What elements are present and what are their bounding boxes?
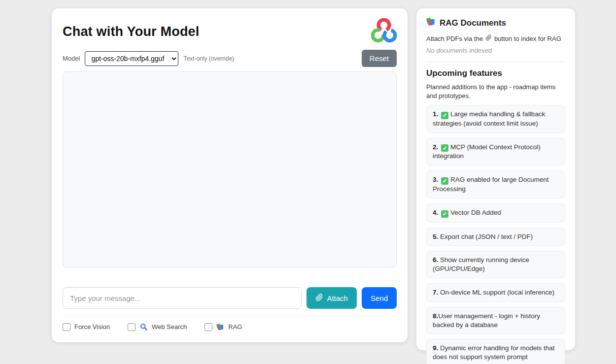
force-vision-toggle[interactable]: Force Vision xyxy=(63,323,110,331)
attach-button[interactable]: Attach xyxy=(307,287,357,309)
page-title: Chat with Your Model xyxy=(63,24,200,39)
check-icon: ✓ xyxy=(441,112,448,119)
feature-item-7: 7. On-device ML support (local inference… xyxy=(426,283,565,302)
feature-item-4: 4. ✓Vector DB Added xyxy=(426,203,565,223)
model-row: Model gpt-oss-20b-mxfp4.gguf Text-only (… xyxy=(63,50,397,67)
attach-label: Attach xyxy=(327,294,348,302)
send-button[interactable]: Send xyxy=(362,287,397,309)
model-label: Model xyxy=(63,55,80,62)
rag-instructions: Attach PDFs via the button to index for … xyxy=(426,34,565,42)
divider xyxy=(63,316,397,316)
web-search-label: Web Search xyxy=(152,323,187,331)
model-select[interactable]: gpt-oss-20b-mxfp4.gguf xyxy=(85,51,178,66)
check-icon: ✓ xyxy=(441,210,448,218)
books-icon xyxy=(216,323,224,331)
chat-history-area[interactable] xyxy=(63,71,397,267)
feature-item-8: 8.User management - login + history back… xyxy=(426,307,565,334)
feature-item-1: 1. ✓Large media handling & fallback stra… xyxy=(426,105,565,133)
sidebar-divider xyxy=(426,62,565,62)
feature-item-9: 9. Dynamic error handling for models tha… xyxy=(426,339,565,364)
rag-documents-header: RAG Documents xyxy=(426,17,565,29)
feature-item-5: 5. Export chat (JSON / text / PDF) xyxy=(426,228,565,246)
rag-sidebar: RAG Documents Attach PDFs via the button… xyxy=(416,8,575,350)
no-documents-message: No documents indexed xyxy=(426,47,565,54)
force-vision-label: Force Vision xyxy=(74,323,110,331)
send-label: Send xyxy=(371,294,388,302)
paperclip-icon xyxy=(315,294,323,303)
check-icon: ✓ xyxy=(441,144,448,152)
web-search-checkbox[interactable] xyxy=(128,323,136,331)
upcoming-features-title: Upcoming features xyxy=(426,68,565,78)
message-input[interactable] xyxy=(63,287,302,309)
force-vision-checkbox[interactable] xyxy=(63,323,70,331)
feature-item-2: 2. ✓MCP (Model Context Protocol) integra… xyxy=(426,138,565,166)
chat-header: Chat with Your Model xyxy=(63,18,397,47)
rag-documents-title: RAG Documents xyxy=(440,18,506,28)
rag-label: RAG xyxy=(228,323,242,331)
rag-checkbox[interactable] xyxy=(205,323,212,331)
model-note: Text-only (override) xyxy=(183,55,234,62)
reset-button[interactable]: Reset xyxy=(362,50,397,67)
opencv-logo-icon xyxy=(371,18,397,47)
rag-toggle[interactable]: RAG xyxy=(205,323,242,331)
paperclip-icon xyxy=(485,34,492,42)
books-icon xyxy=(426,17,436,29)
message-input-row: Attach Send xyxy=(63,287,397,309)
search-icon xyxy=(139,323,148,331)
chat-panel: Chat with Your Model Model gpt-oss-20b-m… xyxy=(52,8,408,342)
feature-item-3: 3. ✓RAG enabled for large Document Proce… xyxy=(426,170,565,199)
feature-item-6: 6. Show currently running device (GPU/CP… xyxy=(426,251,565,278)
web-search-toggle[interactable]: Web Search xyxy=(128,323,187,331)
page: Chat with Your Model Model gpt-oss-20b-m… xyxy=(0,0,616,364)
upcoming-features-description: Planned additions to the app - roadmap i… xyxy=(426,83,565,100)
toggles-row: Force Vision Web Search xyxy=(63,323,397,331)
check-icon: ✓ xyxy=(441,177,448,185)
